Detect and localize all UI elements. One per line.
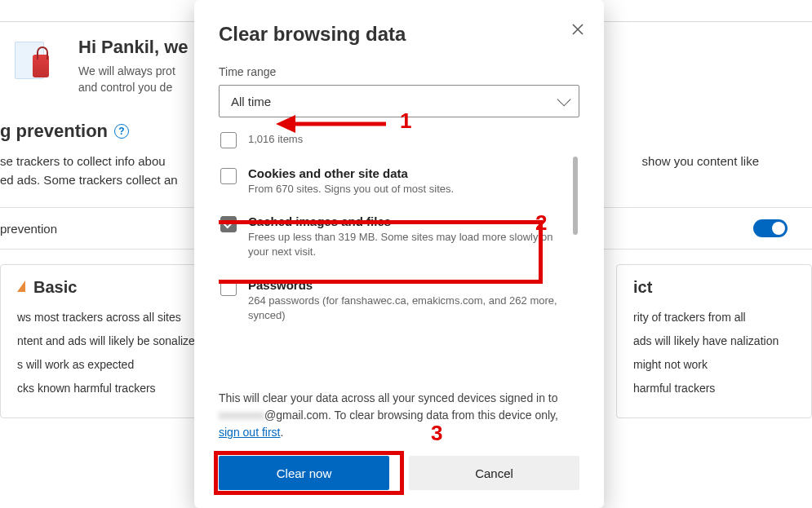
card-strict[interactable]: ict rity of trackers from all ads will l… xyxy=(616,264,812,418)
tracking-prevention-title: g prevention xyxy=(0,121,108,142)
toggle-label: prevention xyxy=(0,222,57,236)
basic-card-icon xyxy=(17,281,25,292)
time-range-select[interactable]: All time xyxy=(219,85,579,117)
card-bullet: harmful trackers xyxy=(633,381,795,396)
option-title: Cached images and files xyxy=(248,214,563,228)
checkbox[interactable] xyxy=(220,132,237,148)
clear-now-button[interactable]: Clear now xyxy=(219,456,389,490)
option-passwords[interactable]: Passwords 264 passwords (for fanshawec.c… xyxy=(219,270,565,333)
option-sub: Frees up less than 319 MB. Some sites ma… xyxy=(248,230,563,259)
option-sub: 264 passwords (for fanshawec.ca, emakicm… xyxy=(248,294,563,323)
card-bullet: s will work as expected xyxy=(17,357,203,373)
checkbox[interactable] xyxy=(220,216,237,232)
option-cookies[interactable]: Cookies and other site data From 670 sit… xyxy=(219,158,565,206)
data-types-list: 1,016 items Cookies and other site data … xyxy=(219,127,579,387)
card-title: ict xyxy=(633,278,652,297)
card-bullet: might not work xyxy=(633,357,795,373)
option-download-history[interactable]: 1,016 items xyxy=(219,127,565,158)
dialog-title: Clear browsing data xyxy=(219,23,579,46)
option-sub: From 670 sites. Signs you out of most si… xyxy=(248,182,454,197)
help-icon[interactable]: ? xyxy=(114,124,129,139)
card-title: Basic xyxy=(33,278,77,297)
option-cached-images[interactable]: Cached images and files Frees up less th… xyxy=(219,206,565,269)
greeting-line: We will always prot xyxy=(78,63,189,79)
redacted-email: xxxxxxxx xyxy=(219,407,264,424)
card-bullet: ws most trackers across all sites xyxy=(17,310,203,325)
privacy-lock-icon xyxy=(10,42,59,91)
time-range-value: All time xyxy=(231,95,271,108)
option-title: Passwords xyxy=(248,278,563,292)
close-icon[interactable] xyxy=(566,18,589,41)
option-sub: 1,016 items xyxy=(248,132,303,147)
chevron-down-icon xyxy=(557,92,571,106)
checkbox[interactable] xyxy=(220,280,237,296)
card-basic[interactable]: Basic ws most trackers across all sites … xyxy=(0,264,220,418)
option-title: Cookies and other site data xyxy=(248,166,454,180)
card-bullet: rity of trackers from all xyxy=(633,310,795,325)
checkbox[interactable] xyxy=(220,168,237,184)
sync-warning: This will clear your data across all you… xyxy=(219,390,579,441)
cancel-button[interactable]: Cancel xyxy=(409,456,579,490)
card-bullet: ads will likely have nalization xyxy=(633,334,795,349)
card-bullet: ntent and ads will likely be sonalized xyxy=(17,334,203,349)
time-range-label: Time range xyxy=(219,65,579,78)
greeting-line: and control you de xyxy=(78,79,189,95)
greeting-title: Hi Pankil, we xyxy=(78,37,189,58)
clear-browsing-data-dialog: Clear browsing data Time range All time … xyxy=(194,0,604,508)
card-bullet: cks known harmful trackers xyxy=(17,381,203,396)
scrollbar-thumb[interactable] xyxy=(573,157,578,235)
sign-out-link[interactable]: sign out first xyxy=(219,426,280,439)
tracking-prevention-toggle[interactable] xyxy=(753,219,788,237)
